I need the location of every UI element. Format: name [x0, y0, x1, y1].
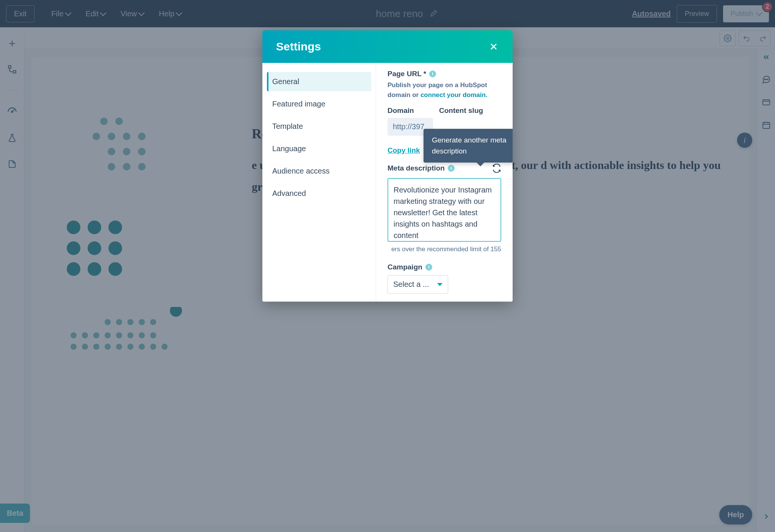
- campaign-select[interactable]: Select a ...: [388, 275, 448, 294]
- regenerate-meta-button[interactable]: [492, 164, 501, 173]
- nav-audience-access[interactable]: Audience access: [267, 161, 371, 181]
- refresh-icon: [492, 164, 501, 173]
- modal-overlay[interactable]: Settings General Featured image Template…: [0, 0, 775, 532]
- meta-label-text: Meta description: [388, 164, 445, 172]
- tooltip-text: Generate another meta description: [432, 136, 506, 155]
- nav-featured-image[interactable]: Featured image: [267, 94, 371, 114]
- info-icon[interactable]: i: [448, 165, 455, 172]
- nav-template[interactable]: Template: [267, 117, 371, 136]
- modal-title: Settings: [276, 40, 321, 53]
- nav-advanced[interactable]: Advanced: [267, 184, 371, 203]
- close-icon: [488, 41, 499, 52]
- modal-body: General Featured image Template Language…: [262, 63, 513, 302]
- page-url-label: Page URL * i: [388, 70, 501, 78]
- campaign-select-value: Select a ...: [393, 280, 429, 289]
- nav-general[interactable]: General: [267, 72, 371, 91]
- meta-limit-text: ers over the recommended limit of 155: [388, 246, 501, 253]
- close-button[interactable]: [488, 41, 499, 52]
- campaign-label-text: Campaign: [388, 263, 422, 271]
- campaign-label: Campaign i: [388, 263, 501, 271]
- connect-domain-link[interactable]: connect your domain.: [420, 91, 488, 99]
- domain-label: Domain: [388, 106, 433, 115]
- slug-label: Content slug: [439, 106, 483, 115]
- page-url-label-text: Page URL *: [388, 70, 426, 78]
- modal-header: Settings: [262, 30, 513, 63]
- nav-language[interactable]: Language: [267, 139, 371, 158]
- meta-label: Meta description i: [388, 164, 455, 172]
- tooltip: Generate another meta description: [424, 129, 513, 163]
- caret-down-icon: [437, 283, 442, 286]
- info-icon[interactable]: i: [429, 70, 436, 77]
- info-icon[interactable]: i: [425, 264, 432, 271]
- meta-row: Meta description i: [388, 164, 501, 173]
- page-url-help: Publish your page on a HubSpot domain or…: [388, 80, 501, 100]
- meta-description-input[interactable]: [388, 178, 501, 242]
- settings-modal: Settings General Featured image Template…: [262, 30, 513, 302]
- settings-panel: Page URL * i Publish your page on a HubS…: [376, 63, 513, 302]
- settings-nav: General Featured image Template Language…: [262, 63, 376, 302]
